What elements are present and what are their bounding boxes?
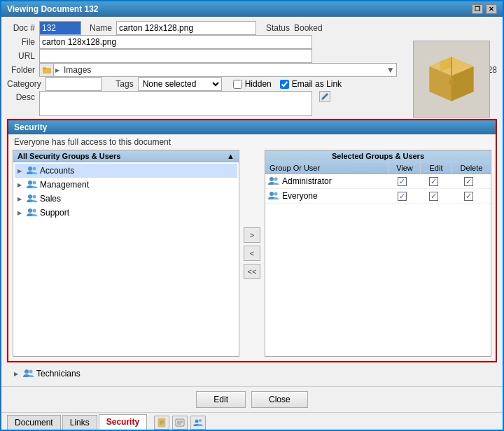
view-cell: ✓ [386,177,418,186]
doc-input[interactable] [39,21,81,35]
folder-path[interactable]: ▶ Images ▼ [39,63,397,77]
edit-checkbox[interactable]: ✓ [429,177,438,186]
table-row[interactable]: Everyone ✓ ✓ ✓ [265,189,491,204]
file-input[interactable] [39,35,312,49]
tab-links[interactable]: Links [62,415,97,430]
document-icon [157,418,167,428]
svg-point-11 [28,167,32,171]
tree-expand-icon: ▶ [18,182,24,188]
main-content: Doc # Name Status Booked File URL Folder [1,17,503,386]
hidden-checkbox[interactable] [233,80,242,89]
edit-checkbox[interactable]: ✓ [429,192,438,201]
form-area: Doc # Name Status Booked File URL Folder [7,21,497,116]
col-group-header: Group Or User [265,162,389,174]
delete-cell: ✓ [449,177,488,186]
folder-icon-button[interactable] [40,64,54,76]
svg-point-17 [28,209,32,213]
up-arrow-icon[interactable]: ▲ [227,152,234,160]
delete-cell: ✓ [449,192,488,201]
table-row[interactable]: Administrator ✓ ✓ ✓ [265,174,491,189]
tab-security[interactable]: Security [99,414,147,430]
url-input[interactable] [39,49,312,63]
list-item[interactable]: ▶ Management [15,178,237,192]
add-button[interactable]: > [244,227,260,243]
technicians-area: ▶ Technicians [7,365,497,382]
title-bar-controls: ❐ ✕ [472,4,497,14]
col-edit-header: Edit [421,162,452,174]
edit-button[interactable]: Edit [196,391,246,408]
svg-point-13 [28,181,32,185]
bottom-bar: Edit Close [1,386,503,412]
desc-label: Desc [7,91,35,102]
email-checkbox-group: Email as Link [280,79,342,89]
group-icon [27,193,38,204]
tree-item-label: Accounts [40,166,74,176]
category-input[interactable] [46,77,102,91]
security-header: Security [8,120,496,134]
tree-item-label: Support [40,208,69,218]
svg-point-21 [270,192,274,196]
security-body: All Security Groups & Users ▲ ▶ [8,150,496,361]
group-icon [23,368,34,379]
tab-icons [154,416,206,430]
svg-text:♻: ♻ [448,78,455,87]
remove-button[interactable]: < [244,246,260,261]
tab-icon-3[interactable] [190,416,206,430]
col-view-header: View [389,162,421,174]
email-checkbox[interactable] [280,80,289,89]
security-title: Security [14,122,47,132]
delete-checkbox[interactable]: ✓ [464,177,473,186]
desc-textarea[interactable] [39,91,312,116]
security-section: Security Everyone has full access to thi… [7,119,497,362]
group-icon [27,179,38,190]
close-button[interactable]: Close [251,391,308,408]
group-icon [27,207,38,218]
close-button[interactable]: ✕ [486,4,497,14]
svg-point-19 [270,177,274,181]
tab-bar: Document Links Security [1,412,503,430]
left-panel-title: All Security Groups & Users [18,152,120,160]
tags-select[interactable]: None selected [138,77,222,91]
folder-label: Folder [7,65,35,75]
list-item[interactable]: ▶ Accounts [15,164,237,178]
tab-icon-1[interactable] [154,416,169,430]
folder-arrow: ▶ [55,67,59,73]
name-input[interactable] [116,21,256,35]
list-item[interactable]: ▶ Sales [15,192,237,206]
svg-point-22 [274,192,278,196]
tree-item-label: Sales [40,194,61,204]
right-panel: Selected Groups & Users Group Or User Vi… [265,150,491,357]
folder-name: Images [61,64,94,76]
restore-button[interactable]: ❐ [472,4,483,14]
list-item[interactable]: ▶ Technicians [11,367,151,381]
title-bar: Viewing Document 132 ❐ ✕ [1,1,503,17]
security-message: Everyone has full access to this documen… [8,134,496,150]
tab-document[interactable]: Document [7,415,61,430]
view-checkbox[interactable]: ✓ [398,177,407,186]
edit-cell: ✓ [418,192,449,201]
middle-buttons: > < << [239,150,265,357]
folder-dropdown[interactable]: ▼ [385,65,396,75]
category-label: Category [7,79,41,89]
svg-point-20 [274,178,278,181]
edit-cell: ✓ [418,177,449,186]
window-title: Viewing Document 132 [7,4,98,14]
desc-edit-icon[interactable] [319,91,330,102]
tree-expand-icon: ▶ [18,168,24,174]
tree-expand-icon: ▶ [18,196,24,202]
svg-point-34 [199,419,202,422]
svg-point-33 [195,420,199,423]
svg-point-23 [24,369,29,374]
selected-users-table: Administrator ✓ ✓ ✓ [265,174,491,204]
tree-expand-icon: ▶ [18,210,24,216]
tab-icon-2[interactable] [172,416,188,430]
view-checkbox[interactable]: ✓ [398,192,407,201]
file-label: File [7,37,35,47]
list-item[interactable]: ▶ Support [15,206,237,220]
main-window: Viewing Document 132 ❐ ✕ Doc # Name Stat… [0,0,504,431]
delete-checkbox[interactable]: ✓ [464,192,473,201]
row-doc: Doc # Name Status Booked [7,21,497,35]
tree-item-label: Technicians [36,369,80,379]
remove-all-button[interactable]: << [244,264,260,279]
hidden-checkbox-group: Hidden [233,79,272,89]
